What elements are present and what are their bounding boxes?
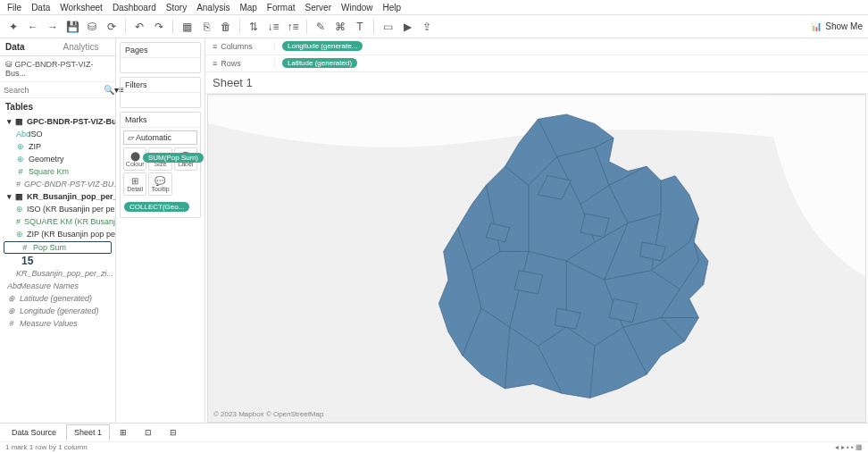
undo-icon[interactable]: ↶ <box>131 19 147 35</box>
sort-desc-icon[interactable]: ↑≡ <box>285 19 301 35</box>
tableau-logo-icon[interactable]: ✦ <box>5 19 21 35</box>
field-sqkm-2[interactable]: #SQUARE KM (KR Busanj... <box>0 215 115 228</box>
map-attribution: © 2023 Mapbox © OpenStreetMap <box>213 410 323 418</box>
separator <box>306 20 307 34</box>
redo-icon[interactable]: ↷ <box>151 19 167 35</box>
mark-detail[interactable]: ⊞Detail <box>123 172 146 196</box>
rows-pill[interactable]: Latitude (generated) <box>282 58 357 68</box>
field-measure-names[interactable]: AbcMeasure Names <box>0 280 115 292</box>
sort-asc-icon[interactable]: ↓≡ <box>265 19 281 35</box>
collect-geo-pill[interactable]: COLLECT(Geo... <box>124 202 189 212</box>
group-icon[interactable]: ⌘ <box>332 19 348 35</box>
search-icon[interactable]: 🔍 <box>104 85 114 95</box>
share-icon[interactable]: ⇪ <box>419 19 435 35</box>
save-icon[interactable]: 💾 <box>64 19 80 35</box>
swap-icon[interactable]: ⇅ <box>246 19 262 35</box>
presentation-mode-icon[interactable]: 📊 <box>811 21 822 31</box>
tab-sheet-1[interactable]: Sheet 1 <box>66 424 110 440</box>
menu-file[interactable]: File <box>7 3 21 13</box>
menu-map[interactable]: Map <box>239 3 256 13</box>
database-icon: ⛁ <box>5 60 13 69</box>
field-measure-values[interactable]: #Measure Values <box>0 317 115 330</box>
field-iso[interactable]: AbcISO <box>0 128 115 140</box>
field-latitude[interactable]: ⊕Latitude (generated) <box>0 292 115 305</box>
field-zip[interactable]: ⊕ZIP <box>0 140 115 153</box>
sheet-title[interactable]: Sheet 1 <box>205 72 868 94</box>
data-panel: Data Analytics ⛁ GPC-BNDR-PST-VIZ-Bus...… <box>0 38 116 423</box>
duplicate-icon[interactable]: ⎘ <box>198 19 214 35</box>
separator <box>172 20 173 34</box>
filters-card[interactable]: Filters <box>120 77 201 108</box>
table-2[interactable]: ▾▦KR_Busanjin_pop_per_zip... <box>0 190 115 203</box>
fit-icon[interactable]: ▭ <box>380 19 396 35</box>
sheet-tabs: Data Source Sheet 1 ⊞ ⊡ ⊟ <box>0 423 868 441</box>
mark-tooltip[interactable]: 💬Tooltip <box>148 172 171 196</box>
field-count-1[interactable]: #GPC-BNDR-PST-VIZ-BU... <box>0 178 115 190</box>
field-count-2[interactable]: KR_Busanjin_pop_per_zi... <box>0 267 115 280</box>
status-bar: 1 mark 1 row by 1 column ◂ ▸ ▪ ▪ ▦ <box>0 441 868 453</box>
pages-card[interactable]: Pages <box>120 42 201 73</box>
columns-shelf-label: ≡Columns <box>205 42 275 51</box>
toolbar: ✦ ← → 💾 ⛁ ⟳ ↶ ↷ ▦ ⎘ 🗑 ⇅ ↓≡ ↑≡ ✎ ⌘ T ▭ ▶ … <box>0 15 868 38</box>
refresh-icon[interactable]: ⟳ <box>104 19 120 35</box>
tab-analytics[interactable]: Analytics <box>58 38 116 55</box>
columns-pill[interactable]: Longitude (generate... <box>282 41 363 51</box>
field-pop-sum[interactable]: #Pop Sum <box>4 241 112 254</box>
rows-shelf-label: ≡Rows <box>205 59 275 68</box>
step-number: 15 <box>0 255 115 267</box>
marks-card: Marks ▱ Automatic ⬤Colour ◐Size TLabel ⊞… <box>120 112 201 218</box>
menu-format[interactable]: Format <box>267 3 296 13</box>
dragging-pill[interactable]: SUM(Pop Sum) <box>143 153 204 163</box>
map-visualization[interactable]: © 2023 Mapbox © OpenStreetMap <box>207 94 866 423</box>
separator <box>125 20 126 34</box>
status-marks: 1 mark 1 row by 1 column <box>5 443 88 452</box>
new-datasource-icon[interactable]: ⛁ <box>84 19 100 35</box>
show-me-button[interactable]: Show Me <box>825 21 863 31</box>
field-geometry[interactable]: ⊕Geometry <box>0 153 115 165</box>
new-worksheet-icon[interactable]: ▦ <box>179 19 195 35</box>
field-square-km[interactable]: #Square Km <box>0 165 115 178</box>
menu-help[interactable]: Help <box>383 3 402 13</box>
menu-dashboard[interactable]: Dashboard <box>113 3 156 13</box>
forward-icon[interactable]: → <box>45 19 61 35</box>
field-iso-2[interactable]: ⊕ISO (KR Busanjin per pe... <box>0 203 115 215</box>
status-right: ◂ ▸ ▪ ▪ ▦ <box>835 443 863 452</box>
cards-panel: Pages Filters Marks ▱ Automatic ⬤Colour … <box>116 38 205 423</box>
menu-bar: File Data Worksheet Dashboard Story Anal… <box>0 0 868 15</box>
marks-type-selector[interactable]: ▱ Automatic <box>123 130 197 145</box>
canvas-area: ≡Columns Longitude (generate... ≡Rows La… <box>205 38 868 423</box>
datasource-name[interactable]: ⛁ GPC-BNDR-PST-VIZ-Bus... <box>0 56 115 82</box>
text-icon[interactable]: T <box>352 19 368 35</box>
new-story-icon[interactable]: ⊟ <box>162 424 185 440</box>
tables-header: Tables <box>0 98 115 115</box>
separator <box>373 20 374 34</box>
menu-analysis[interactable]: Analysis <box>196 3 230 13</box>
menu-window[interactable]: Window <box>341 3 373 13</box>
menu-server[interactable]: Server <box>305 3 331 13</box>
search-input[interactable] <box>4 86 104 95</box>
table-1[interactable]: ▾▦GPC-BNDR-PST-VIZ-Busa... <box>0 115 115 128</box>
fields-tree: ▾▦GPC-BNDR-PST-VIZ-Busa... AbcISO ⊕ZIP ⊕… <box>0 115 115 330</box>
tab-data[interactable]: Data <box>0 38 58 55</box>
new-dashboard-icon[interactable]: ⊡ <box>137 424 160 440</box>
menu-worksheet[interactable]: Worksheet <box>60 3 103 13</box>
tab-data-source[interactable]: Data Source <box>4 424 64 440</box>
separator <box>239 20 240 34</box>
clear-icon[interactable]: 🗑 <box>218 19 234 35</box>
new-worksheet-icon[interactable]: ⊞ <box>112 424 135 440</box>
field-zip-2[interactable]: ⊕ZIP (KR Busanjin pop per... <box>0 228 115 240</box>
menu-data[interactable]: Data <box>31 3 50 13</box>
back-icon[interactable]: ← <box>25 19 41 35</box>
highlight-icon[interactable]: ✎ <box>313 19 329 35</box>
presentation-icon[interactable]: ▶ <box>399 19 415 35</box>
field-longitude[interactable]: ⊕Longitude (generated) <box>0 305 115 317</box>
menu-story[interactable]: Story <box>166 3 187 13</box>
